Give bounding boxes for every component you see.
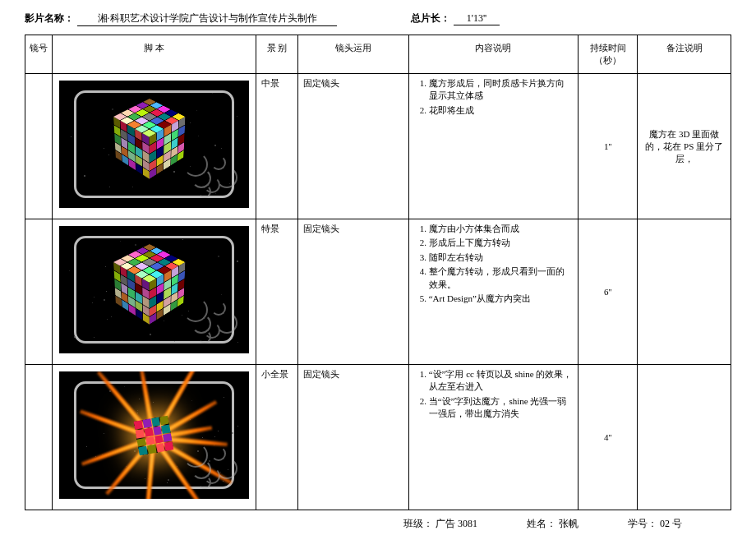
cell-script: [53, 74, 256, 219]
col-dur: 持续时间（秒）: [579, 35, 638, 74]
cell-duration: 6'': [579, 219, 638, 365]
desc-item: 当“设”字到达魔方，shine 光强一弱一强后，带出魔方消失: [429, 395, 573, 421]
total-duration-value: 1'13'': [454, 12, 500, 25]
document-header: 影片名称： 湘·科职艺术设计学院广告设计与制作宣传片头制作 总片长： 1'13'…: [25, 12, 731, 26]
cell-note: [638, 365, 731, 510]
cell-shot: [25, 219, 53, 365]
table-header-row: 镜号 脚 本 景 别 镜头运用 内容说明 持续时间（秒） 备注说明: [25, 35, 731, 74]
cell-scene: 中景: [256, 74, 298, 219]
col-lens: 镜头运用: [298, 35, 408, 74]
desc-item: 形成后上下魔方转动: [429, 237, 573, 249]
desc-item: 花即将生成: [429, 104, 573, 117]
desc-item: 整个魔方转动，形成只看到一面的效果。: [429, 265, 573, 291]
col-desc: 内容说明: [408, 35, 578, 74]
cell-scene: 特景: [256, 219, 298, 365]
desc-item: “设”字用 cc 转页以及 shine 的效果，从左至右进入: [429, 368, 573, 394]
table-row: 中景固定镜头魔方形成后，同时质感卡片换方向显示其立体感花即将生成1''魔方在 3…: [25, 74, 731, 219]
cell-shot: [25, 74, 53, 219]
cell-lens: 固定镜头: [298, 219, 408, 365]
cell-lens: 固定镜头: [298, 74, 408, 219]
col-script: 脚 本: [53, 35, 256, 74]
cell-script: [53, 365, 256, 510]
col-scene: 景 别: [256, 35, 298, 74]
class-value: 广告 3081: [436, 518, 477, 529]
cell-duration: 1'': [579, 74, 638, 219]
storyboard-thumbnail: [59, 81, 249, 208]
cell-lens: 固定镜头: [298, 365, 408, 510]
table-row: 小全景固定镜头“设”字用 cc 转页以及 shine 的效果，从左至右进入当“设…: [25, 365, 731, 510]
storyboard-table: 镜号 脚 本 景 别 镜头运用 内容说明 持续时间（秒） 备注说明 中景固定镜头…: [25, 35, 731, 510]
cell-desc: 魔方由小方体集合而成形成后上下魔方转动随即左右转动整个魔方转动，形成只看到一面的…: [408, 219, 578, 365]
cell-note: [638, 219, 731, 365]
id-value: 02 号: [660, 518, 682, 529]
desc-item: 魔方形成后，同时质感卡片换方向显示其立体感: [429, 77, 573, 103]
desc-item: “Art Design”从魔方内突出: [429, 293, 573, 305]
cell-desc: “设”字用 cc 转页以及 shine 的效果，从左至右进入当“设”字到达魔方，…: [408, 365, 578, 510]
document-footer: 班级： 广告 3081 姓名： 张帆 学号： 02 号: [25, 517, 731, 531]
cell-scene: 小全景: [256, 365, 298, 510]
cell-script: [53, 219, 256, 365]
col-note: 备注说明: [638, 35, 731, 74]
desc-item: 魔方由小方体集合而成: [429, 223, 573, 235]
name-value: 张帆: [559, 518, 579, 529]
total-duration-label: 总片长：: [411, 12, 450, 25]
desc-item: 随即左右转动: [429, 251, 573, 264]
storyboard-thumbnail: [59, 226, 249, 353]
col-shot: 镜号: [25, 35, 53, 74]
id-label: 学号：: [628, 518, 657, 529]
cell-shot: [25, 365, 53, 510]
film-name-label: 影片名称：: [25, 12, 74, 25]
cell-desc: 魔方形成后，同时质感卡片换方向显示其立体感花即将生成: [408, 74, 578, 219]
table-row: 特景固定镜头魔方由小方体集合而成形成后上下魔方转动随即左右转动整个魔方转动，形成…: [25, 219, 731, 365]
class-label: 班级：: [403, 518, 433, 529]
storyboard-thumbnail: [59, 371, 249, 499]
cell-duration: 4'': [579, 365, 638, 510]
cell-note: 魔方在 3D 里面做的，花在 PS 里分了层，: [638, 74, 731, 219]
film-name-value: 湘·科职艺术设计学院广告设计与制作宣传片头制作: [77, 12, 337, 26]
name-label: 姓名：: [527, 518, 556, 529]
